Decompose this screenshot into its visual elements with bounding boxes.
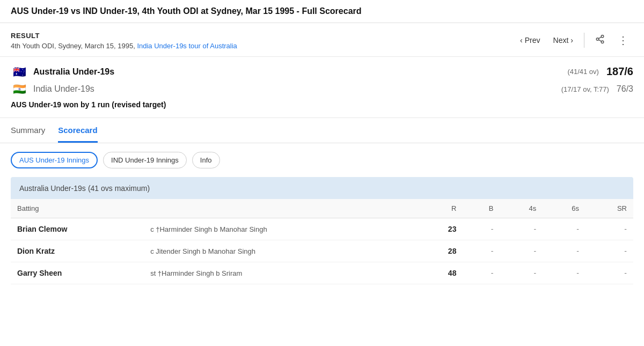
ellipsis-icon: ⋮ bbox=[618, 34, 629, 46]
player-name: Dion Kratz bbox=[11, 240, 144, 262]
team-row-aus: 🇦🇺 Australia Under-19s (41/41 ov) 187/6 bbox=[11, 65, 633, 78]
result-left: RESULT 4th Youth ODI, Sydney, March 15, … bbox=[11, 32, 237, 50]
svg-line-4 bbox=[598, 36, 601, 38]
result-desc-text: 4th Youth ODI, Sydney, March 15, 1995, bbox=[11, 42, 135, 50]
main-tabs: Summary Scorecard bbox=[0, 118, 644, 143]
balls: - bbox=[463, 240, 500, 262]
runs: 48 bbox=[418, 262, 463, 284]
sixes: - bbox=[543, 262, 586, 284]
innings-team-name: Australia Under-19s bbox=[19, 184, 86, 193]
fours: - bbox=[500, 218, 543, 240]
innings-subtitle: (41 ovs maximum) bbox=[88, 184, 150, 193]
match-result: AUS Under-19 won by 1 run (revised targe… bbox=[11, 100, 633, 109]
balls: - bbox=[463, 262, 500, 284]
prev-label: Prev bbox=[525, 36, 540, 45]
vertical-divider bbox=[584, 33, 584, 48]
col-sr: SR bbox=[586, 199, 633, 218]
tour-link[interactable]: India Under-19s tour of Australia bbox=[137, 42, 237, 50]
title-bar: AUS Under-19 vs IND Under-19, 4th Youth … bbox=[0, 0, 644, 23]
scorecard-section: Australia Under-19s (41 ovs maximum) Bat… bbox=[11, 177, 633, 284]
result-section: RESULT 4th Youth ODI, Sydney, March 15, … bbox=[0, 23, 644, 57]
col-r: R bbox=[418, 199, 463, 218]
fours: - bbox=[500, 262, 543, 284]
sixes: - bbox=[543, 218, 586, 240]
aus-team-name: Australia Under-19s bbox=[33, 67, 114, 77]
ind-flag: 🇮🇳 bbox=[11, 83, 28, 95]
result-right: ‹ Prev Next › ⋮ bbox=[516, 32, 633, 49]
next-button[interactable]: Next › bbox=[549, 34, 577, 47]
aus-score-container: (41/41 ov) 187/6 bbox=[567, 65, 633, 78]
ind-overs: (17/17 ov, T:77) bbox=[561, 85, 609, 93]
col-b: B bbox=[463, 199, 500, 218]
table-row: Brian Clemow c †Harminder Singh b Manoha… bbox=[11, 218, 633, 240]
innings-tab-ind[interactable]: IND Under-19 Innings bbox=[103, 152, 187, 168]
tab-summary[interactable]: Summary bbox=[11, 118, 45, 143]
more-options-button[interactable]: ⋮ bbox=[613, 32, 633, 49]
chevron-right-icon: › bbox=[570, 36, 573, 45]
balls: - bbox=[463, 218, 500, 240]
aus-score: 187/6 bbox=[606, 65, 633, 78]
chevron-left-icon: ‹ bbox=[520, 36, 523, 45]
batting-table: Batting R B 4s 6s SR Brian Clemow c †Har… bbox=[11, 199, 633, 284]
aus-flag: 🇦🇺 bbox=[11, 66, 28, 78]
sixes: - bbox=[543, 240, 586, 262]
share-icon bbox=[595, 34, 605, 44]
share-button[interactable] bbox=[591, 32, 609, 49]
svg-line-3 bbox=[598, 40, 601, 41]
team-row-ind: 🇮🇳 India Under-19s (17/17 ov, T:77) 76/3 bbox=[11, 83, 633, 95]
dismissal: st †Harminder Singh b Sriram bbox=[144, 262, 418, 284]
col-4s: 4s bbox=[500, 199, 543, 218]
fours: - bbox=[500, 240, 543, 262]
ind-score: 76/3 bbox=[617, 84, 633, 94]
ind-team-name: India Under-19s bbox=[33, 84, 94, 94]
tab-scorecard[interactable]: Scorecard bbox=[58, 118, 97, 143]
aus-overs: (41/41 ov) bbox=[567, 68, 599, 76]
player-name: Garry Sheen bbox=[11, 262, 144, 284]
ind-score-container: (17/17 ov, T:77) 76/3 bbox=[561, 84, 633, 94]
col-6s: 6s bbox=[543, 199, 586, 218]
next-label: Next bbox=[553, 36, 569, 45]
sr: - bbox=[586, 262, 633, 284]
teams-section: 🇦🇺 Australia Under-19s (41/41 ov) 187/6 … bbox=[0, 57, 644, 118]
page-title: AUS Under-19 vs IND Under-19, 4th Youth … bbox=[11, 6, 633, 16]
dismissal: c †Harminder Singh b Manohar Singh bbox=[144, 218, 418, 240]
runs: 23 bbox=[418, 218, 463, 240]
result-label: RESULT bbox=[11, 32, 237, 40]
col-batting: Batting bbox=[11, 199, 144, 218]
page-wrapper: AUS Under-19 vs IND Under-19, 4th Youth … bbox=[0, 0, 644, 346]
batting-header-row: Batting R B 4s 6s SR bbox=[11, 199, 633, 218]
prev-button[interactable]: ‹ Prev bbox=[516, 34, 544, 47]
team-left-ind: 🇮🇳 India Under-19s bbox=[11, 83, 94, 95]
innings-tab-aus[interactable]: AUS Under-19 Innings bbox=[11, 152, 98, 168]
result-desc: 4th Youth ODI, Sydney, March 15, 1995, I… bbox=[11, 42, 237, 50]
player-name: Brian Clemow bbox=[11, 218, 144, 240]
innings-header: Australia Under-19s (41 ovs maximum) bbox=[11, 177, 633, 199]
team-left-aus: 🇦🇺 Australia Under-19s bbox=[11, 66, 114, 78]
sr: - bbox=[586, 218, 633, 240]
innings-tab-info[interactable]: Info bbox=[192, 152, 220, 168]
innings-tabs: AUS Under-19 Innings IND Under-19 Inning… bbox=[0, 143, 644, 168]
col-dismissal bbox=[144, 199, 418, 218]
table-row: Dion Kratz c Jitender Singh b Manohar Si… bbox=[11, 240, 633, 262]
dismissal: c Jitender Singh b Manohar Singh bbox=[144, 240, 418, 262]
table-row: Garry Sheen st †Harminder Singh b Sriram… bbox=[11, 262, 633, 284]
runs: 28 bbox=[418, 240, 463, 262]
sr: - bbox=[586, 240, 633, 262]
